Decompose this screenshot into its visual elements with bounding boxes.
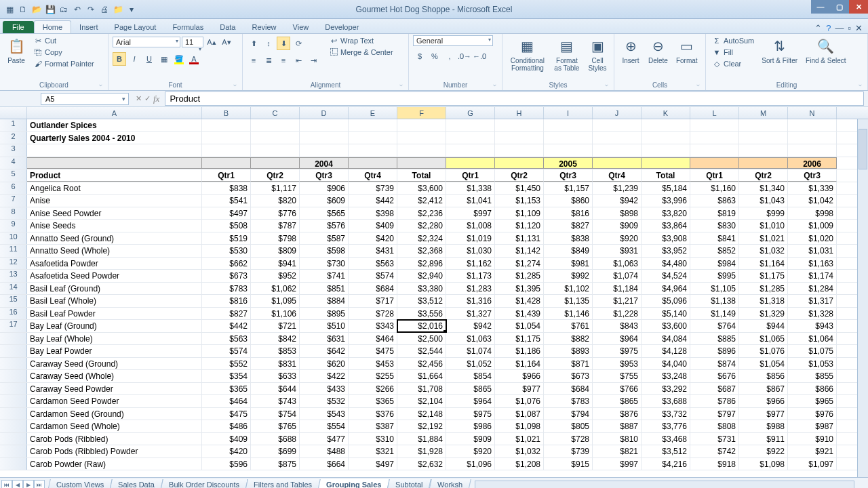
fill-color-button[interactable]: 🪣	[172, 52, 186, 66]
cell[interactable]: $871	[544, 358, 593, 370]
cell[interactable]: $1,142	[495, 245, 544, 257]
cell[interactable]: $409	[202, 433, 251, 445]
cell[interactable]	[544, 132, 593, 144]
cell[interactable]: $4,040	[642, 358, 690, 370]
row-header[interactable]: 6	[0, 182, 27, 195]
cell[interactable]: $2,192	[397, 420, 446, 432]
format-painter-button[interactable]: 🖌Format Painter	[31, 58, 96, 69]
cell[interactable]: $1,063	[446, 333, 495, 345]
cell[interactable]: $644	[251, 383, 300, 395]
cell[interactable]: $3,380	[397, 283, 446, 295]
cell[interactable]: $887	[593, 420, 642, 432]
currency-icon[interactable]: $	[413, 49, 427, 63]
cell[interactable]: $642	[300, 345, 349, 357]
cell[interactable]: $676	[690, 370, 739, 382]
cell[interactable]: $310	[349, 433, 397, 445]
format-cells-button[interactable]: ▭Format	[673, 35, 701, 66]
cell[interactable]: Qtr3	[788, 169, 837, 182]
cell[interactable]: $3,732	[642, 408, 690, 420]
cell[interactable]	[349, 132, 397, 144]
minimize-ribbon-icon[interactable]: ⌃	[814, 23, 822, 33]
cell[interactable]: $609	[300, 195, 349, 207]
cell[interactable]: Outlander Spices	[27, 119, 202, 131]
cell[interactable]: $1,064	[788, 333, 837, 345]
cell[interactable]: $3,556	[397, 308, 446, 320]
cell[interactable]: $1,217	[593, 295, 642, 307]
row-header[interactable]: 10	[0, 232, 27, 245]
cell[interactable]: $909	[593, 220, 642, 232]
align-bottom-icon[interactable]: ⬇	[277, 37, 290, 50]
cell[interactable]: $984	[690, 258, 739, 270]
cell[interactable]: Annatto Seed (Whole)	[27, 245, 202, 257]
cell[interactable]: $475	[349, 345, 397, 357]
cell[interactable]: $906	[300, 182, 349, 195]
cell[interactable]: $865	[593, 395, 642, 407]
cell[interactable]	[251, 144, 300, 157]
bold-button[interactable]: B	[113, 52, 126, 66]
cell[interactable]: $2,896	[397, 258, 446, 270]
sheet-nav-last[interactable]: ⏭	[34, 480, 45, 489]
cell[interactable]: $543	[300, 408, 349, 420]
align-right-icon[interactable]: ≡	[277, 54, 290, 67]
cell[interactable]	[739, 144, 788, 157]
cell[interactable]: $885	[690, 333, 739, 345]
cell[interactable]: $761	[544, 320, 593, 332]
sheet-tab[interactable]: Worksh	[429, 479, 471, 488]
row-header[interactable]: 14	[0, 283, 27, 295]
cell[interactable]: $721	[251, 320, 300, 332]
cell[interactable]: $1,395	[495, 283, 544, 295]
cell[interactable]: $797	[690, 408, 739, 420]
cell[interactable]: Total	[397, 169, 446, 182]
row-header[interactable]	[0, 408, 27, 420]
cell[interactable]: $554	[300, 420, 349, 432]
cell[interactable]: $831	[251, 358, 300, 370]
cell[interactable]: $819	[690, 207, 739, 220]
cell[interactable]: $519	[202, 232, 251, 245]
cell[interactable]: $851	[300, 283, 349, 295]
cell[interactable]: $1,884	[397, 433, 446, 445]
cell[interactable]: $766	[593, 383, 642, 395]
tab-file[interactable]: File	[3, 21, 34, 33]
cell[interactable]: $442	[349, 195, 397, 207]
cell[interactable]	[27, 157, 202, 169]
cell[interactable]	[251, 119, 300, 131]
sheet-tab[interactable]: Filters and Tables	[245, 479, 321, 488]
font-name-combo[interactable]: Arial	[113, 37, 180, 47]
cell[interactable]	[446, 132, 495, 144]
cell[interactable]: $664	[300, 458, 349, 470]
cell[interactable]: $882	[544, 333, 593, 345]
cell[interactable]: $1,063	[593, 258, 642, 270]
cell[interactable]: $596	[202, 458, 251, 470]
col-header-G[interactable]: G	[446, 107, 495, 119]
cell[interactable]: $688	[251, 433, 300, 445]
help-icon[interactable]: ?	[826, 23, 831, 33]
cell[interactable]	[202, 144, 251, 157]
cell[interactable]: $1,186	[495, 345, 544, 357]
cell[interactable]: $3,776	[642, 420, 690, 432]
cell[interactable]: $910	[788, 433, 837, 445]
cell[interactable]: $1,021	[739, 232, 788, 245]
cell[interactable]: Carob Pods (Ribbled) Powder	[27, 445, 202, 458]
sheet-nav-first[interactable]: ⏮	[1, 480, 12, 489]
cell[interactable]: $1,098	[739, 458, 788, 470]
cell[interactable]: $754	[251, 408, 300, 420]
fx-icon[interactable]: fx	[153, 94, 159, 104]
cell[interactable]: $1,928	[397, 445, 446, 458]
number-format-combo[interactable]: General	[413, 35, 493, 46]
cell[interactable]: $842	[251, 333, 300, 345]
cell[interactable]: $816	[544, 207, 593, 220]
cell[interactable]: Qtr4	[349, 169, 397, 182]
cell[interactable]	[446, 157, 495, 169]
cell[interactable]: $1,097	[788, 458, 837, 470]
cell[interactable]: $853	[251, 345, 300, 357]
cell[interactable]	[642, 132, 690, 144]
cell[interactable]: Qtr2	[739, 169, 788, 182]
cell[interactable]: Cardamon Seed (Ground)	[27, 408, 202, 420]
cell[interactable]: $1,106	[251, 308, 300, 320]
format-as-table-button[interactable]: ▤Format as Table	[551, 35, 583, 73]
row-header[interactable]: 5	[0, 169, 27, 182]
col-header-K[interactable]: K	[642, 107, 690, 119]
cell[interactable]: $4,216	[642, 458, 690, 470]
row-header[interactable]: 16	[0, 308, 27, 320]
cell[interactable]: $5,184	[642, 182, 690, 195]
